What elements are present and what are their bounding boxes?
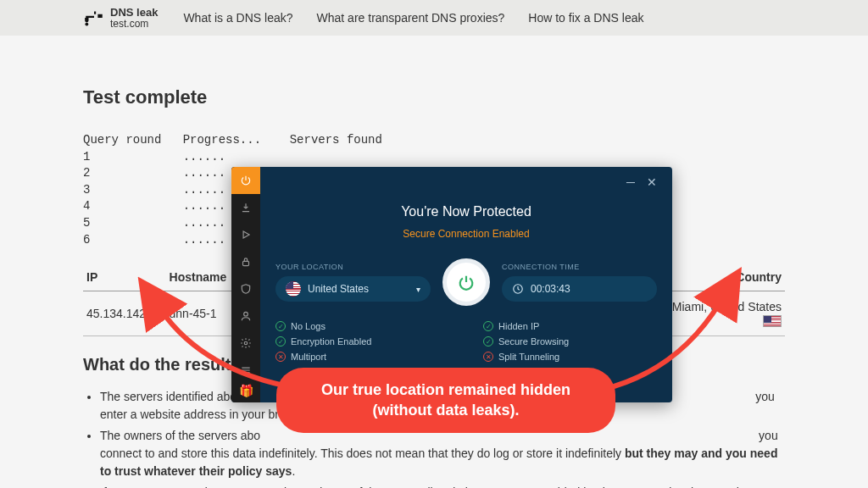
minimize-button[interactable]: ─ xyxy=(626,175,635,189)
svg-rect-1 xyxy=(243,261,249,265)
col-ip: IP xyxy=(83,263,166,291)
top-nav-bar: DNS leak test.com What is a DNS leak? Wh… xyxy=(0,0,868,36)
svg-point-0 xyxy=(85,23,88,26)
time-label: CONNECTION TIME xyxy=(502,263,657,271)
col-country: Country xyxy=(658,263,785,291)
list-item: The owners of the servers aboxxxxxxxxxxx… xyxy=(100,427,785,480)
nav-link-howto[interactable]: How to fix a DNS leak xyxy=(528,11,643,25)
location-label: YOUR LOCATION xyxy=(275,263,431,271)
nav-link-transparent[interactable]: What are transparent DNS proxies? xyxy=(317,11,505,25)
protected-status: You're Now Protected xyxy=(275,204,657,219)
sidebar-play-button[interactable] xyxy=(231,221,260,248)
page-title: Test complete xyxy=(83,86,785,108)
annotation-bubble: Our true location remained hidden (witho… xyxy=(276,368,615,433)
us-flag-icon xyxy=(286,281,301,297)
location-pill[interactable]: United States ▾ xyxy=(275,276,431,302)
us-flag-icon xyxy=(763,315,782,327)
logo-line1: DNS leak xyxy=(110,6,158,19)
sidebar-power-button[interactable] xyxy=(231,167,260,194)
close-button[interactable]: ✕ xyxy=(647,175,657,189)
vpn-power-button[interactable] xyxy=(442,258,490,306)
faucet-icon xyxy=(83,7,105,29)
site-logo[interactable]: DNS leak test.com xyxy=(83,7,158,29)
sidebar-download-button[interactable] xyxy=(231,194,260,221)
annotation-arrow-right xyxy=(593,295,729,400)
sidebar-shield-button[interactable] xyxy=(231,275,260,302)
logo-line2: test.com xyxy=(110,19,158,30)
sidebar-lock-button[interactable] xyxy=(231,248,260,275)
nav-link-whatis[interactable]: What is a DNS leak? xyxy=(183,11,292,25)
list-item: If you are connected to a VPN service an… xyxy=(100,484,785,488)
secure-status: Secure Connection Enabled xyxy=(275,228,657,240)
vpn-titlebar: ─ ✕ xyxy=(275,175,657,189)
